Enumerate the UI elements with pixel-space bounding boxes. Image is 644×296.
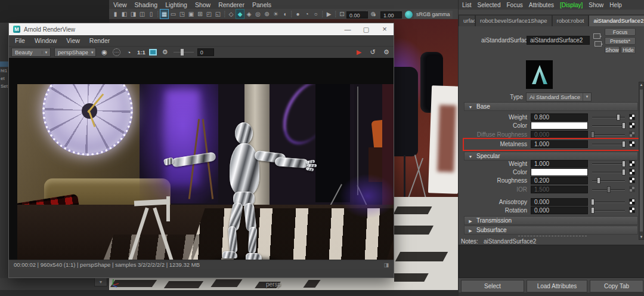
toolbar-icon[interactable]: ☀ bbox=[271, 10, 280, 18]
rv-menu-file[interactable]: File bbox=[15, 37, 25, 44]
map-button-icon[interactable] bbox=[629, 186, 635, 192]
display-window-icon[interactable] bbox=[149, 49, 157, 56]
toolbar-icon[interactable]: ◈ bbox=[244, 10, 253, 18]
notes-textarea[interactable] bbox=[459, 245, 644, 278]
window-titlebar[interactable]: M Arnold RenderView bbox=[9, 23, 394, 35]
toolbar-icon[interactable]: ▦ bbox=[160, 9, 169, 19]
ae-menu-show[interactable]: Show bbox=[589, 2, 603, 8]
rotation-slider[interactable] bbox=[592, 210, 625, 211]
presets-button[interactable]: Presets* bbox=[605, 37, 636, 45]
map-button-icon[interactable] bbox=[629, 141, 635, 147]
spec-weight-slider[interactable] bbox=[592, 164, 625, 165]
ae-menu-attributes[interactable]: Attributes bbox=[529, 2, 554, 8]
spec-color-swatch[interactable] bbox=[531, 168, 588, 176]
toolbar-icon[interactable]: ▣ bbox=[187, 10, 196, 18]
tab-bevelsurface1shape[interactable]: robot:bevelSurface1Shape bbox=[475, 15, 552, 26]
load-attributes-button[interactable]: Load Attributes bbox=[527, 280, 587, 292]
select-button[interactable]: Select bbox=[461, 280, 524, 292]
play-icon[interactable]: ▶ bbox=[354, 48, 364, 56]
map-button-icon[interactable] bbox=[629, 122, 635, 128]
toolbar-icon[interactable]: ⊞ bbox=[196, 10, 205, 18]
menu-panels[interactable]: Panels bbox=[252, 1, 271, 8]
colorspace-icon[interactable] bbox=[405, 11, 413, 18]
rv-menu-render[interactable]: Render bbox=[89, 37, 110, 44]
map-button-icon[interactable] bbox=[629, 199, 635, 205]
settings-gear-icon[interactable]: ⚙ bbox=[160, 48, 170, 56]
outliner-item[interactable]: Set bbox=[1, 84, 8, 89]
section-base[interactable]: ▼Base bbox=[464, 102, 638, 111]
type-dropdown[interactable]: Ai Standard Surface ▼ bbox=[526, 92, 592, 101]
toolbar-icon[interactable]: ◖ bbox=[280, 10, 289, 18]
metalness-slider[interactable] bbox=[592, 144, 625, 145]
menu-view[interactable]: View bbox=[113, 1, 127, 8]
slider-handle[interactable] bbox=[181, 49, 184, 56]
exposure-field[interactable]: 0.00 bbox=[346, 11, 368, 18]
toolbar-icon[interactable]: ▶ bbox=[324, 10, 333, 18]
rv-menu-view[interactable]: View bbox=[66, 37, 80, 44]
notes-splitter[interactable] bbox=[518, 236, 587, 236]
rv-gear-icon[interactable]: ⚙ bbox=[382, 48, 391, 56]
toolbar-icon[interactable]: ◇ bbox=[227, 10, 236, 18]
section-specular[interactable]: ▼Specular bbox=[464, 152, 638, 161]
ae-scrollbar[interactable]: ▲ ▼ bbox=[639, 82, 644, 240]
toolbar-icon[interactable]: ◆ bbox=[236, 9, 244, 19]
tab-aistandardsurface2[interactable]: aiStandardSurface2 bbox=[589, 15, 644, 26]
ae-menu-help[interactable]: Help bbox=[609, 2, 622, 8]
refresh-icon[interactable]: ↺ bbox=[368, 48, 377, 56]
hide-button[interactable]: Hide bbox=[621, 46, 636, 54]
exposure-slider[interactable] bbox=[174, 52, 194, 53]
map-button-icon[interactable] bbox=[629, 161, 635, 166]
map-button-icon[interactable] bbox=[629, 169, 635, 175]
debug-shading-icon[interactable]: ◔ bbox=[124, 49, 134, 56]
menu-renderer[interactable]: Renderer bbox=[218, 1, 244, 8]
menu-lighting[interactable]: Lighting bbox=[165, 1, 187, 8]
focus-button[interactable]: Focus bbox=[605, 28, 636, 36]
maya-viewport[interactable] bbox=[394, 19, 458, 290]
anisotropy-field[interactable]: 0.000 bbox=[531, 198, 588, 206]
zoom-ratio-label[interactable]: 1:1 bbox=[137, 49, 145, 56]
render-region-icon[interactable]: ◉ bbox=[100, 48, 109, 56]
spec-weight-field[interactable]: 1.000 bbox=[531, 160, 588, 168]
viewport-floor-strip[interactable] bbox=[109, 278, 394, 290]
toolbar-icon[interactable]: ◎ bbox=[253, 10, 262, 18]
ae-menu-list[interactable]: List bbox=[462, 2, 472, 8]
base-weight-slider[interactable] bbox=[592, 117, 625, 118]
colorspace-dropdown[interactable]: sRGB gamma bbox=[414, 11, 453, 18]
ior-slider[interactable] bbox=[592, 189, 625, 190]
diffuse-roughness-field[interactable]: 0.000 bbox=[531, 131, 588, 138]
outliner-item[interactable]: et bbox=[1, 76, 5, 81]
map-button-icon[interactable] bbox=[629, 207, 635, 213]
exposure-value-field[interactable]: 0 bbox=[197, 48, 214, 56]
toolbar-icon[interactable]: ● bbox=[293, 10, 302, 18]
map-button-icon[interactable] bbox=[629, 177, 635, 183]
toolbar-icon[interactable]: ⊛ bbox=[262, 10, 271, 18]
diffuse-roughness-slider[interactable] bbox=[592, 134, 625, 135]
map-button-icon[interactable] bbox=[629, 131, 635, 137]
toolbar-icon[interactable]: ○ bbox=[311, 10, 320, 18]
render-canvas[interactable]: 00:00:02 | 960x540 (1:1) | perspShape | … bbox=[9, 58, 394, 269]
node-name-field[interactable]: aiStandardSurface2 bbox=[527, 36, 590, 45]
minimize-icon[interactable]: — bbox=[339, 23, 357, 35]
menu-shading[interactable]: Shading bbox=[135, 1, 158, 8]
toolbar-icon[interactable]: ▮ bbox=[111, 10, 120, 18]
out-connection-icon[interactable] bbox=[595, 41, 602, 47]
toolbar-icon[interactable]: ◧ bbox=[120, 10, 129, 18]
toolbar-icon[interactable]: ◨ bbox=[129, 10, 138, 18]
map-button-icon[interactable] bbox=[629, 114, 635, 120]
menu-show[interactable]: Show bbox=[195, 1, 210, 8]
ae-menu-display[interactable]: [Display] bbox=[560, 2, 583, 8]
camera-dropdown[interactable]: perspShape▼ bbox=[54, 48, 96, 57]
base-color-slider[interactable] bbox=[592, 125, 625, 127]
spec-roughness-slider[interactable] bbox=[592, 180, 625, 181]
outliner-item[interactable]: ht1 bbox=[1, 68, 7, 73]
scroll-down-icon[interactable]: ▼ bbox=[639, 235, 643, 239]
copy-tab-button[interactable]: Copy Tab bbox=[590, 280, 643, 292]
gamma-field[interactable]: 1.00 bbox=[380, 11, 402, 18]
spec-color-slider[interactable] bbox=[592, 172, 625, 173]
ae-menu-focus[interactable]: Focus bbox=[506, 2, 522, 8]
in-connection-icon[interactable] bbox=[593, 33, 600, 39]
toolbar-icon[interactable]: ◰ bbox=[205, 10, 213, 18]
panel-collapse-dropdown[interactable]: ▼ bbox=[94, 277, 107, 286]
section-transmission[interactable]: ▶Transmission bbox=[464, 216, 638, 225]
base-weight-field[interactable]: 0.800 bbox=[531, 113, 588, 121]
